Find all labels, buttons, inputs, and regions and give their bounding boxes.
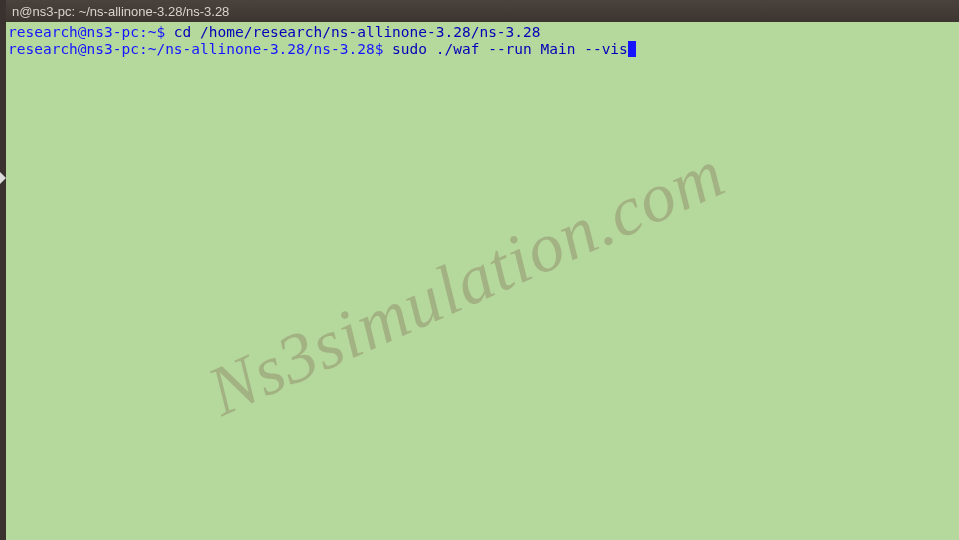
terminal-line: research@ns3-pc:~$ cd /home/research/ns-…	[8, 24, 959, 41]
unity-launcher-edge	[0, 0, 6, 540]
shell-prompt: research@ns3-pc:~/ns-allinone-3.28/ns-3.…	[8, 41, 383, 57]
terminal-body[interactable]: research@ns3-pc:~$ cd /home/research/ns-…	[6, 22, 959, 540]
shell-command: cd /home/research/ns-allinone-3.28/ns-3.…	[165, 24, 540, 40]
terminal-window: n@ns3-pc: ~/ns-allinone-3.28/ns-3.28 res…	[6, 0, 959, 540]
shell-prompt: research@ns3-pc:~$	[8, 24, 165, 40]
window-titlebar[interactable]: n@ns3-pc: ~/ns-allinone-3.28/ns-3.28	[6, 0, 959, 22]
launcher-arrow-indicator	[0, 172, 6, 184]
terminal-line: research@ns3-pc:~/ns-allinone-3.28/ns-3.…	[8, 41, 959, 58]
watermark-text: Ns3simulation.com	[209, 161, 724, 403]
terminal-cursor	[628, 41, 636, 57]
window-title: n@ns3-pc: ~/ns-allinone-3.28/ns-3.28	[12, 4, 229, 19]
shell-command: sudo ./waf --run Main --vis	[383, 41, 627, 57]
